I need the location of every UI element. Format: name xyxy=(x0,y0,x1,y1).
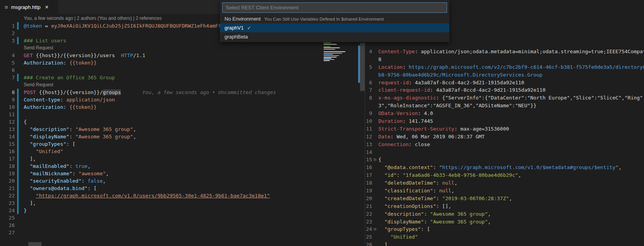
codelens-send-request[interactable]: Send Request xyxy=(19,81,53,89)
code-token: null xyxy=(442,180,454,186)
fold-spacer xyxy=(372,210,378,218)
fold-icon[interactable]: ⊟ xyxy=(372,156,378,164)
code-token: : 4.0 xyxy=(418,110,433,116)
code-text: "mailEnabled": true, xyxy=(19,162,91,170)
line-number: 6 xyxy=(0,66,15,74)
code-token: ], xyxy=(24,156,36,162)
code-text: ### List users xyxy=(19,37,66,44)
code-token: 3","RoleInstance":"AGSFE_IN_36","ADSiteN… xyxy=(378,103,536,108)
code-token xyxy=(24,193,36,199)
fold-spacer xyxy=(372,202,378,210)
code-text: 3","RoleInstance":"AGSFE_IN_36","ADSiteN… xyxy=(378,102,536,110)
code-token xyxy=(24,148,36,154)
code-line: 10Authorization: {{token}} xyxy=(0,103,322,111)
code-token: : xyxy=(72,171,78,176)
code-token: / xyxy=(133,52,136,58)
code-text: Content-Type: application/json;odata.met… xyxy=(378,48,644,56)
fold-spacer xyxy=(372,110,378,117)
code-text: "id": "1faa6ad6-4b33-4eb8-9756-80bae4d6b… xyxy=(378,171,521,179)
code-text: } xyxy=(19,207,27,214)
line-number: 18 xyxy=(0,162,15,170)
fold-spacer xyxy=(372,117,378,125)
line-number: 8 xyxy=(0,89,15,96)
code-line: 13Connection: close xyxy=(365,141,644,148)
code-token: "id" xyxy=(385,172,397,178)
code-text: { xyxy=(378,156,381,164)
code-token: : xyxy=(69,134,75,140)
code-text: "displayName": "Awesome 365 group", xyxy=(19,133,136,140)
fold-spacer xyxy=(372,56,378,63)
code-token: Connection xyxy=(378,141,409,147)
code-token: ] xyxy=(378,242,387,246)
line-number: 14 xyxy=(0,133,15,140)
fold-icon[interactable]: ⊟ xyxy=(372,225,378,233)
code-token: : close xyxy=(409,141,430,147)
code-line: 15⊟{ xyxy=(365,156,644,164)
code-line: 17 "id": "1faa6ad6-4b33-4eb8-9756-80bae4… xyxy=(365,171,644,179)
minimap[interactable] xyxy=(322,14,358,246)
code-text: Connection: close xyxy=(378,141,430,148)
code-token: : 141.7445 xyxy=(403,118,433,124)
code-token xyxy=(378,219,385,225)
code-token: "Awesome 365 group" xyxy=(75,126,133,132)
vertical-scrollbar-thumb[interactable] xyxy=(360,43,365,91)
line-number: 4 xyxy=(0,52,15,59)
code-token: Content-Type xyxy=(378,49,415,54)
line-number: 16 xyxy=(0,148,15,155)
code-token xyxy=(24,178,30,184)
code-line: 22 "description": "Awesome 365 group", xyxy=(365,210,644,218)
code-token: https://graph.microsoft.com/v1.0/$metada… xyxy=(442,164,615,170)
code-line: 9OData-Version: 4.0 xyxy=(365,110,644,117)
code-text: Duration: 141.7445 xyxy=(378,117,433,125)
code-line: 14 xyxy=(365,148,644,156)
environment-input[interactable] xyxy=(222,2,447,13)
code-token xyxy=(378,226,385,232)
line-number: 24 xyxy=(365,225,372,233)
minimap-line xyxy=(324,51,345,52)
fold-spacer xyxy=(372,63,378,71)
tab-msgraph-http[interactable]: ≡ msgraph.http × xyxy=(0,0,58,14)
code-line: 26 ] xyxy=(365,241,644,246)
tab-close-icon[interactable]: × xyxy=(45,4,48,10)
http-response-editor[interactable]: 4Content-Type: application/json;odata.me… xyxy=(365,14,644,246)
code-token: Duration xyxy=(378,118,403,124)
code-token: : xyxy=(424,211,430,217)
line-number: 14 xyxy=(365,148,372,156)
code-text: "description": "Awesome 365 group", xyxy=(19,126,136,133)
fold-spacer xyxy=(372,79,378,87)
code-text: "groupTypes": [ xyxy=(378,225,430,233)
fold-spacer xyxy=(372,141,378,148)
code-text: Location: https://graph.microsoft.com/v2… xyxy=(378,63,644,71)
code-line: 9Content-type: application/json xyxy=(0,96,322,103)
line-number: 25 xyxy=(365,233,372,241)
http-request-editor[interactable]: You, a few seconds ago | 2 authors (You … xyxy=(0,14,322,246)
code-token: application/json xyxy=(66,97,115,103)
code-token: request-id xyxy=(378,80,409,85)
line-number: 21 xyxy=(365,202,372,210)
code-token: {{host}}/{{version}}/ xyxy=(36,89,103,95)
code-line: 5Authorization: {{token}} xyxy=(0,59,322,66)
quickpick-input-wrap xyxy=(220,0,449,14)
code-text: "creationOptions": [], xyxy=(378,202,451,210)
line-number: 10 xyxy=(0,103,15,111)
minimap-line xyxy=(324,42,331,43)
horizontal-scrollbar-thumb[interactable] xyxy=(28,242,42,246)
code-token: "Awesome 365 group" xyxy=(430,211,488,217)
codelens-send-request[interactable]: Send Request xyxy=(19,44,53,52)
code-line: 21 "creationOptions": [], xyxy=(365,202,644,210)
line-number: 18 xyxy=(365,179,372,187)
codelens-blame[interactable]: You, a few seconds ago | 2 authors (You … xyxy=(19,15,162,22)
code-token: client-request-id xyxy=(378,87,430,93)
fold-spacer xyxy=(372,241,378,246)
code-token: "owners@odata.bind" xyxy=(30,185,88,191)
code-text: "createdDateTime": "2019-03-06T06:28:37Z… xyxy=(378,195,512,202)
code-token: HTTP xyxy=(121,52,133,58)
code-text: b8-9756-80bae4d6b29c/Microsoft.Directory… xyxy=(378,71,543,79)
env-option-no-environment[interactable]: No EnvironmentYou Can Still Use Variable… xyxy=(220,14,449,23)
minimap-line xyxy=(324,58,331,59)
code-token: = xyxy=(42,23,51,29)
env-option-graphv1[interactable]: graphV1✓ xyxy=(220,23,449,32)
minimap-line xyxy=(324,54,333,55)
env-option-graphbeta[interactable]: graphBeta xyxy=(220,32,449,41)
check-icon: ✓ xyxy=(247,25,251,31)
